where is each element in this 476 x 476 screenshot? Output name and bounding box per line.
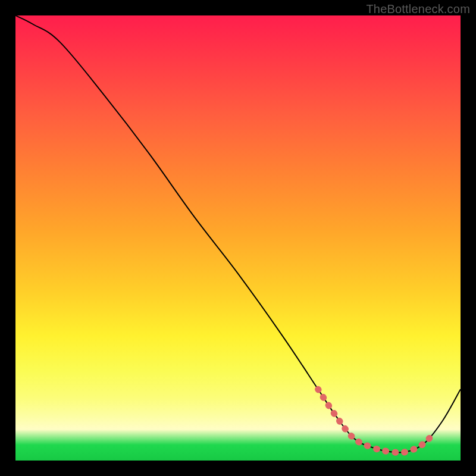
chart-frame: TheBottleneck.com: [0, 0, 476, 476]
bottleneck-curve: [15, 15, 461, 453]
plot-svg: [15, 15, 461, 461]
optimal-range-highlight: [318, 389, 434, 452]
plot-area: [15, 15, 461, 461]
watermark-label: TheBottleneck.com: [366, 2, 470, 16]
